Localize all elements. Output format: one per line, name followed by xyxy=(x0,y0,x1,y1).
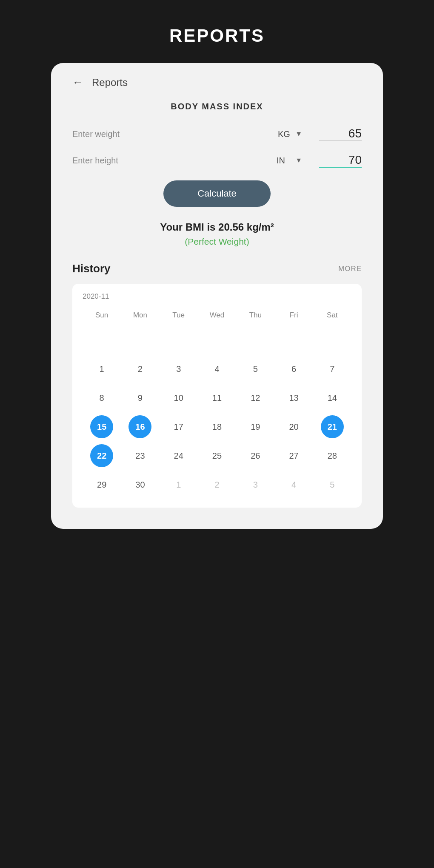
calendar-cell[interactable]: 22 xyxy=(83,441,121,470)
calendar-cell[interactable]: 6 xyxy=(274,354,313,383)
height-unit-select[interactable]: IN CM xyxy=(277,156,302,165)
calendar-cell xyxy=(274,326,313,354)
calendar-cell[interactable]: 28 xyxy=(313,441,351,470)
calendar-cell xyxy=(160,326,198,354)
history-header: History MORE xyxy=(72,262,362,275)
weight-unit-wrapper[interactable]: KG LB ▼ xyxy=(278,129,302,139)
main-card: ← Reports BODY MASS INDEX Enter weight K… xyxy=(51,63,383,529)
calendar-cell[interactable]: 23 xyxy=(121,441,159,470)
calendar-cell xyxy=(313,326,351,354)
calendar-cell[interactable]: 12 xyxy=(236,383,274,412)
calendar-cell[interactable]: 4 xyxy=(274,470,313,499)
calendar-cell xyxy=(236,326,274,354)
calendar-cell[interactable]: 8 xyxy=(83,383,121,412)
calendar-cell[interactable]: 26 xyxy=(236,441,274,470)
calendar-month: 2020-11 xyxy=(83,292,351,301)
header-title: Reports xyxy=(92,77,128,89)
calendar-cell[interactable]: 5 xyxy=(313,470,351,499)
calendar-cell[interactable]: 16 xyxy=(121,412,159,441)
more-button[interactable]: MORE xyxy=(338,265,362,273)
calendar-day-header: Fri xyxy=(274,308,313,326)
calendar-cell[interactable]: 10 xyxy=(160,383,198,412)
calendar-cell[interactable]: 7 xyxy=(313,354,351,383)
calendar-cell[interactable]: 29 xyxy=(83,470,121,499)
height-label: Enter height xyxy=(72,156,277,166)
calendar-cell[interactable]: 14 xyxy=(313,383,351,412)
calendar-cell[interactable]: 15 xyxy=(83,412,121,441)
calendar-cell xyxy=(83,326,121,354)
calendar-cell xyxy=(198,326,236,354)
calendar-cell[interactable]: 18 xyxy=(198,412,236,441)
calendar-day-header: Sat xyxy=(313,308,351,326)
bmi-section-title: BODY MASS INDEX xyxy=(72,102,362,111)
calendar-day-header: Mon xyxy=(121,308,159,326)
calendar-day-header: Thu xyxy=(236,308,274,326)
calendar-day-header: Sun xyxy=(83,308,121,326)
weight-input[interactable] xyxy=(319,127,362,141)
calendar-day-header: Wed xyxy=(198,308,236,326)
calendar-cell[interactable]: 19 xyxy=(236,412,274,441)
card-header: ← Reports xyxy=(72,76,362,89)
height-input[interactable] xyxy=(319,153,362,168)
calendar-grid: SunMonTueWedThuFriSat1234567891011121314… xyxy=(83,308,351,499)
calendar-cell[interactable]: 1 xyxy=(160,470,198,499)
height-row: Enter height IN CM ▼ xyxy=(72,153,362,168)
calendar-cell[interactable]: 2 xyxy=(198,470,236,499)
calendar-cell[interactable]: 2 xyxy=(121,354,159,383)
bmi-status: (Perfect Weight) xyxy=(72,237,362,247)
calendar-cell[interactable]: 13 xyxy=(274,383,313,412)
bmi-result: Your BMI is 20.56 kg/m² xyxy=(72,221,362,233)
history-title: History xyxy=(72,262,111,275)
calendar: 2020-11 SunMonTueWedThuFriSat12345678910… xyxy=(72,284,362,508)
calendar-cell[interactable]: 21 xyxy=(313,412,351,441)
calendar-cell[interactable]: 24 xyxy=(160,441,198,470)
calendar-cell[interactable]: 3 xyxy=(236,470,274,499)
calculate-button[interactable]: Calculate xyxy=(163,180,271,207)
calendar-cell[interactable]: 3 xyxy=(160,354,198,383)
calendar-cell[interactable]: 17 xyxy=(160,412,198,441)
weight-unit-select[interactable]: KG LB xyxy=(278,129,302,139)
weight-label: Enter weight xyxy=(72,129,278,139)
back-button[interactable]: ← xyxy=(72,76,83,89)
page-title: REPORTS xyxy=(169,26,265,46)
calendar-cell[interactable]: 4 xyxy=(198,354,236,383)
calendar-cell[interactable]: 25 xyxy=(198,441,236,470)
calendar-cell[interactable]: 5 xyxy=(236,354,274,383)
calendar-cell[interactable]: 30 xyxy=(121,470,159,499)
calendar-day-header: Tue xyxy=(160,308,198,326)
calendar-cell xyxy=(121,326,159,354)
height-unit-wrapper[interactable]: IN CM ▼ xyxy=(277,156,302,165)
calendar-cell[interactable]: 27 xyxy=(274,441,313,470)
calendar-cell[interactable]: 9 xyxy=(121,383,159,412)
calendar-cell[interactable]: 11 xyxy=(198,383,236,412)
weight-row: Enter weight KG LB ▼ xyxy=(72,127,362,141)
calendar-cell[interactable]: 1 xyxy=(83,354,121,383)
calendar-cell[interactable]: 20 xyxy=(274,412,313,441)
